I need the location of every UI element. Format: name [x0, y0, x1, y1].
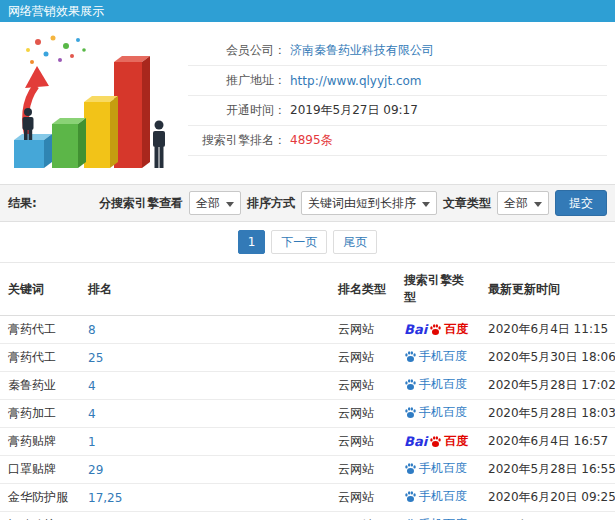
- engine-cell: Bai 百度 手机百度: [396, 484, 480, 512]
- opened-value: 2019年5月27日 09:17: [290, 102, 418, 119]
- article-type-select[interactable]: 全部: [497, 191, 549, 215]
- paw-icon: [404, 406, 417, 419]
- paw-icon: [404, 462, 417, 475]
- th-updated: 最新更新时间: [480, 263, 615, 316]
- rank-type-cell: 云网站: [330, 484, 396, 512]
- mobile-baidu-logo: 手机百度: [404, 350, 467, 363]
- keyword-cell: 膏药加工: [0, 400, 80, 428]
- chevron-down-icon: [422, 202, 430, 207]
- table-row: 膏药加工 4 云网站 Bai 百度 手机百度: [0, 400, 615, 428]
- article-type-select-value: 全部: [504, 195, 528, 212]
- rank-cell: 1: [80, 428, 330, 456]
- confetti-dots: [26, 36, 86, 65]
- rank-type-cell: 云网站: [330, 316, 396, 344]
- mobile-baidu-label: 手机百度: [419, 350, 467, 362]
- keyword-cell: 福建防护服: [0, 512, 80, 520]
- sort-label: 排序方式: [247, 195, 295, 212]
- info-row-company: 会员公司： 济南秦鲁药业科技有限公司: [188, 36, 607, 66]
- engine-cell: Bai 百度 手机百度: [396, 428, 480, 456]
- page-current[interactable]: 1: [238, 230, 266, 254]
- updated-cell: 2020年6月4日 16:57: [480, 428, 615, 456]
- rank-type-cell: 云网站: [330, 428, 396, 456]
- submit-button[interactable]: 提交: [555, 190, 607, 216]
- mobile-baidu-logo: 手机百度: [404, 378, 467, 391]
- paw-icon: [429, 323, 442, 336]
- keyword-cell: 膏药代工: [0, 316, 80, 344]
- rank-type-cell: 云网站: [330, 344, 396, 372]
- filter-bar: 结果: 分搜索引擎查看 全部 排序方式 关键词由短到长排序 文章类型 全部 提交: [0, 184, 615, 222]
- rank-type-cell: 云网站: [330, 512, 396, 520]
- rank-type-cell: 云网站: [330, 456, 396, 484]
- baidu-logo-chinese: 百度: [444, 435, 468, 447]
- chevron-down-icon: [226, 202, 234, 207]
- th-engine-type: 搜索引擎类型: [396, 263, 480, 316]
- member-info: 会员公司： 济南秦鲁药业科技有限公司 推广地址： http://www.qlyy…: [188, 32, 607, 178]
- updated-cell: 2020年5月28日 18:03: [480, 400, 615, 428]
- paw-icon: [429, 435, 442, 448]
- rank-link[interactable]: 17,25: [88, 491, 122, 505]
- results-table-body: 膏药代工 8 云网站 Bai 百度 手机百度: [0, 316, 615, 520]
- paw-icon: [404, 378, 417, 391]
- table-row: 秦鲁药业 4 云网站 Bai 百度 手机百度: [0, 372, 615, 400]
- result-label: 结果:: [8, 195, 37, 212]
- updated-cell: 2020年6月4日 11:10: [480, 512, 615, 520]
- pagination: 1 下一页 尾页: [0, 222, 615, 262]
- mobile-baidu-logo: 手机百度: [404, 490, 467, 503]
- businessman-figure-right: [153, 121, 165, 169]
- rank-cell: 29: [80, 456, 330, 484]
- article-type-label: 文章类型: [443, 195, 491, 212]
- results-table: 关键词 排名 排名类型 搜索引擎类型 最新更新时间 膏药代工 8 云网站 Bai…: [0, 262, 615, 520]
- rank-type-cell: 云网站: [330, 400, 396, 428]
- table-row: 福建防护服 10 云网站 Bai 百度 手机百度: [0, 512, 615, 520]
- chevron-down-icon: [534, 202, 542, 207]
- paw-icon: [404, 350, 417, 363]
- rank-link[interactable]: 8: [88, 323, 96, 337]
- rank-count-number: 4895: [290, 133, 321, 147]
- engine-cell: Bai 百度 手机百度: [396, 400, 480, 428]
- rank-link[interactable]: 4: [88, 379, 96, 393]
- mobile-baidu-logo: 手机百度: [404, 462, 467, 475]
- keyword-cell: 膏药贴牌: [0, 428, 80, 456]
- updated-cell: 2020年5月30日 18:06: [480, 344, 615, 372]
- info-row-opened: 开通时间： 2019年5月27日 09:17: [188, 96, 607, 126]
- table-row: 金华防护服 17,25 云网站 Bai 百度 手机百度: [0, 484, 615, 512]
- chart-illustration-wrap: [8, 32, 180, 178]
- page-last[interactable]: 尾页: [333, 230, 377, 254]
- th-keyword: 关键词: [0, 263, 80, 316]
- th-rank: 排名: [80, 263, 330, 316]
- sort-select-value: 关键词由短到长排序: [308, 195, 416, 212]
- top-section: 会员公司： 济南秦鲁药业科技有限公司 推广地址： http://www.qlyy…: [0, 22, 615, 184]
- engine-cell: Bai 百度 手机百度: [396, 456, 480, 484]
- table-header-row: 关键词 排名 排名类型 搜索引擎类型 最新更新时间: [0, 263, 615, 316]
- mobile-baidu-logo: 手机百度: [404, 406, 467, 419]
- table-row: 膏药代工 8 云网站 Bai 百度 手机百度: [0, 316, 615, 344]
- baidu-logo: Bai 百度: [404, 323, 468, 336]
- site-link[interactable]: http://www.qlyyjt.com: [290, 74, 422, 88]
- page-next[interactable]: 下一页: [271, 230, 327, 254]
- rank-link[interactable]: 4: [88, 407, 96, 421]
- rank-link[interactable]: 25: [88, 351, 103, 365]
- bar-yellow: [84, 96, 118, 168]
- bar-red: [114, 56, 150, 168]
- updated-cell: 2020年5月28日 16:55: [480, 456, 615, 484]
- rank-link[interactable]: 1: [88, 435, 96, 449]
- bar-green: [52, 118, 86, 168]
- rank-cell: 8: [80, 316, 330, 344]
- site-label: 推广地址：: [188, 72, 286, 89]
- company-link[interactable]: 济南秦鲁药业科技有限公司: [290, 42, 434, 59]
- results-table-head: 关键词 排名 排名类型 搜索引擎类型 最新更新时间: [0, 263, 615, 316]
- baidu-logo-chinese: 百度: [444, 323, 468, 335]
- engine-filter-label: 分搜索引擎查看: [99, 195, 183, 212]
- mobile-baidu-label: 手机百度: [419, 406, 467, 418]
- keyword-cell: 秦鲁药业: [0, 372, 80, 400]
- bar-blue: [14, 134, 52, 168]
- sort-select[interactable]: 关键词由短到长排序: [301, 191, 437, 215]
- mobile-baidu-label: 手机百度: [419, 490, 467, 502]
- rank-link[interactable]: 29: [88, 463, 103, 477]
- baidu-logo-latin: Bai: [404, 323, 427, 336]
- rank-cell: 17,25: [80, 484, 330, 512]
- company-label: 会员公司：: [188, 42, 286, 59]
- engine-select[interactable]: 全部: [189, 191, 241, 215]
- info-row-rank-count: 搜索引擎排名： 4895条: [188, 126, 607, 156]
- table-row: 口罩贴牌 29 云网站 Bai 百度 手机百度: [0, 456, 615, 484]
